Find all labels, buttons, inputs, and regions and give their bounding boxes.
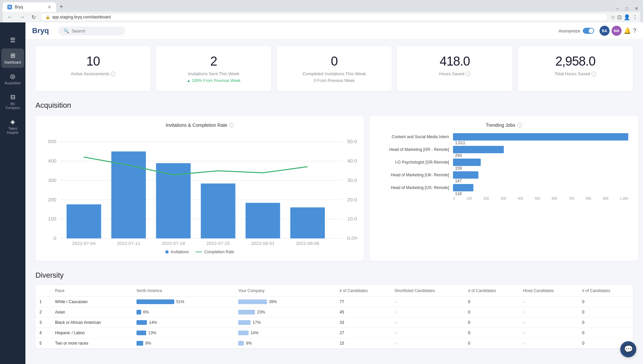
svg-text:2022-08-08: 2022-08-08	[296, 241, 319, 245]
cell-candidates: 33	[336, 317, 390, 328]
legend-line-completion	[195, 252, 202, 252]
cell-num: 2	[35, 307, 51, 317]
svg-text:100: 100	[48, 216, 56, 221]
tab-title: Bryq	[15, 5, 45, 9]
info-icon-hours-saved[interactable]: i	[466, 72, 470, 76]
th-race: Race	[51, 285, 133, 297]
sidebar-item-acquisition[interactable]: ◎ Acquisition	[1, 69, 24, 89]
avatar-ma[interactable]: MA	[612, 26, 622, 36]
menu-button[interactable]: ⋮	[632, 14, 638, 20]
info-icon-total-hours-saved[interactable]: i	[591, 72, 596, 76]
cell-company-bar: 39%	[234, 297, 336, 307]
bar-2022-07-11	[111, 152, 146, 239]
tab-close-button[interactable]: ✕	[48, 4, 52, 10]
address-bar[interactable]: 🔒 app.staging.bryq.com/dashboard	[40, 13, 608, 21]
info-icon-active-assessments[interactable]: i	[111, 72, 115, 76]
trending-job-row-3: I-O Psychologist [GR-Remote] 159	[379, 159, 628, 166]
cell-shortlisted-num: 0	[464, 307, 519, 317]
maximize-button[interactable]: □	[623, 5, 630, 12]
stat-card-active-assessments: 10 Active Assessments i	[35, 46, 151, 91]
cell-na-bar: 13%	[132, 328, 234, 338]
anonymize-toggle-switch[interactable]	[583, 28, 594, 34]
trending-job-row-5: Head of Marketing [US- Remote] 116	[379, 184, 628, 191]
th-num	[35, 285, 51, 297]
legend-invitations: Invitations	[165, 250, 189, 254]
cell-num: 4	[35, 328, 51, 338]
svg-text:40.0%: 40.0%	[347, 158, 357, 164]
sidebar-item-talent-insights[interactable]: ◈ Talent Insights	[1, 115, 24, 138]
cell-race: Two or more races	[51, 338, 133, 349]
notification-button[interactable]: 🔔	[624, 27, 631, 34]
help-button[interactable]: ?	[633, 27, 636, 34]
cell-company-bar: 23%	[234, 307, 336, 317]
trending-bar-wrap-4: 147	[453, 171, 628, 179]
profile-button[interactable]: 👤	[624, 14, 630, 20]
close-window-button[interactable]: ✕	[633, 5, 640, 12]
url-text: app.staging.bryq.com/dashboard	[52, 15, 111, 19]
svg-text:10.0%: 10.0%	[347, 216, 357, 221]
bar-2022-07-25	[201, 183, 235, 238]
active-tab[interactable]: B Bryq ✕	[3, 2, 56, 12]
cell-company-bar: 14%	[234, 328, 336, 338]
stat-value-total-hours-saved: 2,958.0	[525, 54, 626, 69]
stat-label-total-hours-saved: Total Hours Saved i	[525, 71, 626, 76]
search-container[interactable]: 🔍	[58, 26, 125, 35]
trending-job-label-3: I-O Psychologist [GR-Remote]	[379, 160, 453, 165]
info-icon-trending-jobs[interactable]: i	[517, 123, 522, 127]
top-navigation: Bryq 🔍 Anonymize BA MA 🔔 ?	[25, 22, 643, 39]
extensions-button[interactable]: ⊡	[617, 14, 622, 20]
diversity-table-card: Race North America Your Company # of Can…	[35, 285, 633, 348]
trending-job-label-4: Head of Marketing [UK- Remote]	[379, 173, 453, 177]
minimize-button[interactable]: –	[614, 5, 621, 12]
avatar-ba[interactable]: BA	[600, 26, 610, 36]
legend-dot-invitations	[165, 250, 169, 254]
info-icon-invitations-chart[interactable]: i	[229, 123, 234, 127]
sidebar-item-dashboard[interactable]: ⊞ Dashboard	[1, 49, 24, 68]
cell-race: Hispanic / Latino	[51, 328, 133, 338]
cell-hired-num: 0	[578, 297, 633, 307]
cell-hired-num: 0	[578, 317, 633, 328]
th-shortlisted: Shortlisted Candidates	[390, 285, 464, 297]
window-controls: – □ ✕	[614, 5, 640, 12]
stat-value-invitations-sent: 2	[163, 54, 264, 69]
refresh-button[interactable]: ↻	[29, 13, 38, 21]
trending-job-label-2: Head of Marketing [GR - Remote]	[379, 147, 453, 152]
stat-value-active-assessments: 10	[42, 54, 144, 69]
cell-shortlisted-num: 0	[464, 317, 519, 328]
table-row: 5 Two or more races 9% 8% 15 ○ 0 ○ 0	[35, 338, 633, 349]
sidebar: ☰ ⊞ Dashboard ◎ Acquisition ⊟ My Company…	[0, 22, 25, 364]
legend-completion: Completion Rate	[195, 250, 234, 254]
cell-shortlisted-icon: ○	[390, 307, 464, 317]
table-row: 3 Black or African American 14% 17% 33 ○…	[35, 317, 633, 328]
cell-hired-icon: ○	[519, 328, 578, 338]
stat-label-hours-saved: Hours Saved i	[404, 71, 506, 76]
trending-jobs-chart: Content and Social Media Intern 1,011 He…	[376, 133, 632, 200]
sidebar-item-dashboard-label: Dashboard	[5, 61, 21, 65]
sidebar-item-my-company[interactable]: ⊟ My Company	[1, 90, 24, 113]
forward-button[interactable]: →	[17, 13, 27, 21]
lock-icon: 🔒	[45, 15, 50, 19]
table-row: 2 Asian 6% 23% 45 ○ 0 ○ 0	[35, 307, 633, 317]
star-button[interactable]: ☆	[611, 14, 615, 20]
stat-value-hours-saved: 418.0	[404, 54, 506, 69]
cell-na-bar: 9%	[132, 338, 234, 349]
sidebar-hamburger-btn[interactable]: ☰	[1, 33, 24, 47]
sidebar-item-acquisition-label: Acquisition	[5, 81, 21, 85]
back-button[interactable]: ←	[5, 13, 15, 21]
trending-bar-1	[453, 133, 628, 141]
chat-widget[interactable]: 💬	[620, 341, 636, 357]
cell-candidates: 77	[336, 297, 390, 307]
search-input[interactable]	[72, 28, 120, 33]
trending-value-1: 1,011	[455, 141, 465, 145]
app-logo: Bryq	[32, 26, 49, 35]
bar-2022-07-04	[67, 204, 101, 239]
svg-text:2022-07-18: 2022-07-18	[162, 241, 185, 245]
dashboard-icon: ⊞	[10, 52, 15, 59]
new-tab-button[interactable]: +	[57, 2, 66, 12]
cell-num: 5	[35, 338, 51, 349]
cell-shortlisted-icon: ○	[390, 328, 464, 338]
trending-jobs-title: Trending Jobs i	[376, 122, 632, 128]
svg-text:300: 300	[48, 177, 56, 183]
cell-race: Black or African American	[51, 317, 133, 328]
invitations-chart-title: Invitations & Completion Rate i	[42, 122, 357, 128]
